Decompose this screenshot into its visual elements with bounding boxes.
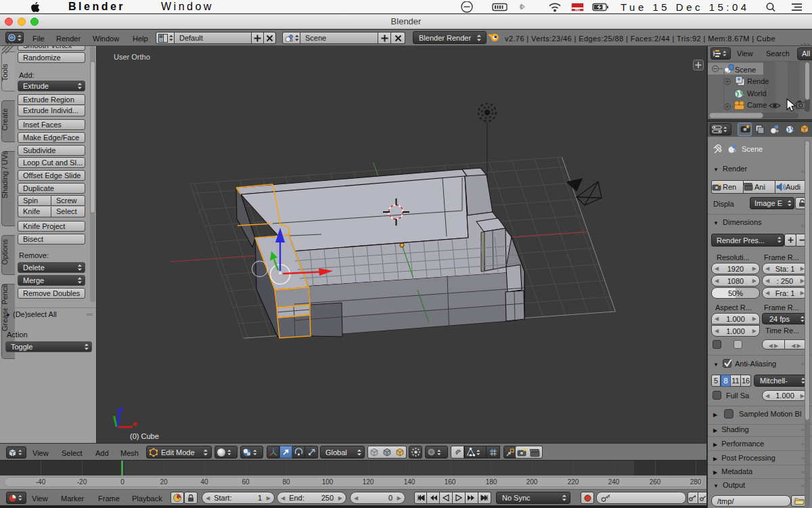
svg-text:60: 60 bbox=[242, 478, 250, 486]
svg-text:280: 280 bbox=[690, 478, 702, 486]
svg-text:160: 160 bbox=[445, 478, 456, 486]
svg-text:200: 200 bbox=[526, 478, 538, 486]
svg-text:240: 240 bbox=[608, 478, 620, 486]
svg-text:100: 100 bbox=[322, 478, 334, 486]
svg-text:0: 0 bbox=[120, 478, 125, 486]
svg-text:-20: -20 bbox=[77, 478, 87, 486]
svg-text:80: 80 bbox=[282, 478, 290, 486]
svg-text:220: 220 bbox=[568, 478, 579, 486]
svg-text:260: 260 bbox=[650, 478, 661, 486]
svg-text:(0) Cube: (0) Cube bbox=[130, 432, 159, 440]
svg-text:20: 20 bbox=[160, 478, 168, 486]
svg-text:180: 180 bbox=[486, 478, 497, 486]
svg-text:-40: -40 bbox=[36, 478, 46, 486]
svg-text:User Ortho: User Ortho bbox=[114, 53, 150, 61]
svg-text:PRO: PRO bbox=[575, 9, 581, 12]
svg-text:Tue 15 Dec 15:04: Tue 15 Dec 15:04 bbox=[621, 1, 750, 13]
svg-text:140: 140 bbox=[404, 478, 415, 486]
svg-text:120: 120 bbox=[363, 478, 374, 486]
svg-text:40: 40 bbox=[200, 478, 208, 486]
